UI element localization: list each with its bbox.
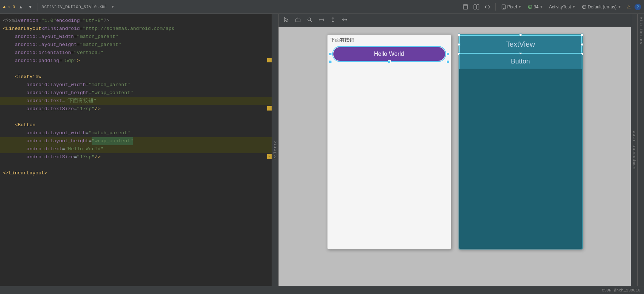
code-text: android:layout_width <box>27 81 86 89</box>
code-text: android:layout_height <box>15 41 77 49</box>
svg-rect-0 <box>463 5 468 9</box>
dark-handle-mr[interactable] <box>581 43 583 46</box>
code-text: "Hello World" <box>65 145 103 153</box>
code-text: = <box>80 17 83 25</box>
code-text: = <box>74 153 77 161</box>
attributes-panel[interactable]: Attributes <box>637 14 644 286</box>
code-line-9: android:layout_width = "match_parent" <box>0 81 272 89</box>
dark-button: Button <box>459 54 582 69</box>
code-text: TextView <box>18 73 42 81</box>
code-text <box>3 57 15 65</box>
pan-tool-btn[interactable] <box>293 16 303 25</box>
dark-handle-tl[interactable] <box>458 34 460 36</box>
resize-v-btn[interactable] <box>340 16 349 25</box>
code-text: = <box>62 145 65 153</box>
code-text: = <box>74 33 77 41</box>
code-text <box>3 105 27 113</box>
code-line-2: < LinearLayout xmlns:android = "http://s… <box>0 25 272 33</box>
code-text: android:textSize <box>27 105 74 113</box>
code-text <box>3 49 15 57</box>
handle-right[interactable] <box>446 53 449 55</box>
code-text: < <box>15 73 18 81</box>
code-text: "match_parent" <box>77 33 118 41</box>
resize-h-btn[interactable] <box>328 16 338 25</box>
code-text: android:layout_height <box>27 137 89 145</box>
code-text: > <box>77 57 80 65</box>
code-text: = <box>62 97 65 105</box>
palette-panel[interactable]: Palette <box>272 14 279 286</box>
code-line-16: android:layout_height = "wrap_content" <box>0 137 272 145</box>
code-text: "match_parent" <box>89 81 130 89</box>
code-text: encoding <box>56 17 80 25</box>
activity-selector-btn[interactable]: ActivityTest ▼ <box>547 4 578 10</box>
code-text: < <box>15 121 18 129</box>
navigate-up-btn[interactable]: ▲ <box>17 4 24 10</box>
api-selector-btn[interactable]: A 34 ▼ <box>526 4 545 10</box>
handle-bottom-left[interactable] <box>329 60 332 63</box>
code-text: "http://schemas.android.com/apk <box>83 25 175 33</box>
component-tree-panel[interactable]: Component Tree <box>631 14 637 286</box>
sep2 <box>495 3 496 11</box>
code-text: "下面有按钮" <box>65 97 96 105</box>
code-text: "17sp" <box>77 105 95 113</box>
code-text: "1.0" <box>41 17 56 25</box>
locale-selector-btn[interactable]: Default (en-us) ▼ <box>580 4 623 10</box>
code-text: LinearLayout <box>9 169 44 177</box>
code-text <box>3 89 27 97</box>
warning-icon: ▲ <box>3 4 5 9</box>
code-text <box>3 121 15 129</box>
code-text: android:padding <box>15 57 59 65</box>
phone-mockup-dark: TextView Button <box>459 34 583 249</box>
code-text: = <box>86 81 89 89</box>
code-line-11: android:text = "下面有按钮" <box>0 97 272 105</box>
code-line-15: android:layout_width = "match_parent" <box>0 129 272 137</box>
code-line-14: < Button <box>0 121 272 129</box>
svg-line-16 <box>310 20 312 22</box>
fold-indicator[interactable]: − <box>267 58 272 62</box>
code-text: "wrap_content" <box>92 137 133 145</box>
code-text <box>3 153 27 161</box>
code-view-btn[interactable] <box>483 3 492 11</box>
api-arrow: ▼ <box>540 5 543 9</box>
fold-indicator-2[interactable]: − <box>267 106 272 111</box>
hello-world-preview-btn[interactable]: Hello World <box>333 47 445 61</box>
handle-bottom-mid[interactable] <box>388 60 391 63</box>
dark-textview: TextView <box>459 35 582 54</box>
code-line-8: < TextView <box>0 73 272 81</box>
code-text: LinearLayout <box>6 25 41 33</box>
code-text <box>3 81 27 89</box>
dark-handle-ml[interactable] <box>458 43 460 46</box>
code-text: = <box>71 49 74 57</box>
handle-left[interactable] <box>329 53 332 55</box>
fold-indicator-3[interactable]: − <box>267 154 272 159</box>
code-text: = <box>80 25 83 33</box>
navigate-down-btn[interactable]: ▼ <box>27 4 34 10</box>
zoom-tool-btn[interactable] <box>305 16 314 25</box>
code-line-3: android:layout_width = "match_parent" <box>0 33 272 41</box>
measure-tool-btn[interactable] <box>317 16 326 25</box>
warning-btn[interactable]: ⚠ <box>625 4 632 10</box>
preview-toolbar <box>279 14 631 27</box>
dark-handle-tm[interactable] <box>519 34 522 36</box>
device-selector-btn[interactable]: Pixel ▼ <box>499 4 524 10</box>
select-tool-btn[interactable] <box>281 16 291 25</box>
code-line-blank3 <box>0 161 272 169</box>
top-toolbar: ▲ ⚠ 3 ▲ ▼ activity_button_style.xml ▼ Pi… <box>0 0 644 14</box>
design-view-btn[interactable] <box>461 3 470 11</box>
split-view-btn[interactable] <box>472 3 481 11</box>
code-text: = <box>77 41 80 49</box>
code-editor[interactable]: <?xml version = "1.0" encoding = "utf-8"… <box>0 14 272 286</box>
help-btn[interactable]: ? <box>635 4 641 10</box>
status-bar: CSDN @hxh_230810 <box>0 286 644 294</box>
activity-arrow: ▼ <box>572 5 576 9</box>
code-text: > <box>44 169 47 177</box>
svg-text:A: A <box>529 6 531 8</box>
handle-bottom-right[interactable] <box>446 60 449 63</box>
dark-handle-tr[interactable] <box>581 34 583 36</box>
code-text: = <box>86 129 89 137</box>
filename-dropdown-btn[interactable]: ▼ <box>110 4 116 9</box>
code-text: = <box>74 105 77 113</box>
code-line-18: android:textSize = "17sp" /> − <box>0 153 272 161</box>
phone-mockup-light: 下面有按钮 Hello World <box>327 34 451 249</box>
code-text: Button <box>18 121 36 129</box>
